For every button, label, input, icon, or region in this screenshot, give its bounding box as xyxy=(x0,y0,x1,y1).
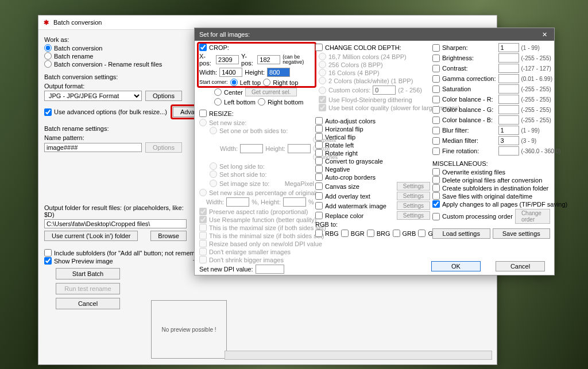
radio-batch-conversion[interactable]: Batch conversion xyxy=(44,44,188,52)
name-pattern-input[interactable] xyxy=(44,143,142,152)
corner-left-bottom[interactable]: Left bottom xyxy=(214,98,256,106)
rbg-checkbox[interactable]: RBG xyxy=(315,230,339,237)
custom-order-checkbox[interactable]: Custom processing order xyxy=(432,213,513,220)
use-advanced-checkbox[interactable]: Use advanced options (for bulk resize...… xyxy=(44,108,167,116)
resize-short-side: Set short side to: xyxy=(210,170,314,178)
output-format-label: Output format: xyxy=(44,83,188,90)
cbg-input[interactable] xyxy=(498,105,519,114)
resize-percent: Set new size as percentage of original: xyxy=(199,189,314,196)
cbb-checkbox[interactable]: Color balance - B: xyxy=(432,116,496,124)
crop-xpos-input[interactable] xyxy=(216,55,239,64)
resize-height-input xyxy=(288,144,311,153)
bgr-checkbox[interactable]: BGR xyxy=(341,230,365,237)
blur-input[interactable] xyxy=(498,126,519,135)
watermark-settings-button: Settings xyxy=(397,201,430,210)
close-icon[interactable]: ✕ xyxy=(539,29,550,40)
save-settings-button[interactable]: Save settings xyxy=(493,228,551,239)
replace-color-checkbox[interactable]: Replace color xyxy=(315,212,363,219)
finerot-input[interactable] xyxy=(498,146,519,156)
save-date-checkbox[interactable]: Save files with original date/time xyxy=(432,192,550,200)
modal-title: Set for all images: xyxy=(199,31,250,38)
misc-label: MISCELLANEOUS: xyxy=(432,160,550,167)
corner-left-top[interactable]: Left top xyxy=(230,79,261,86)
radio-batch-rename[interactable]: Batch rename xyxy=(44,52,188,60)
sharpen-input[interactable] xyxy=(498,43,519,52)
rename-settings-label: Batch rename settings: xyxy=(44,125,188,132)
delete-orig-checkbox[interactable]: Delete original files after conversion xyxy=(432,176,550,184)
name-pattern-label: Name pattern: xyxy=(44,134,188,141)
change-order-button: Change order xyxy=(515,209,550,224)
saturation-input[interactable] xyxy=(498,84,519,94)
cancel-button[interactable]: Cancel xyxy=(56,298,120,309)
rotate-right-checkbox[interactable]: Rotate right xyxy=(315,149,430,157)
canvas-checkbox[interactable]: Canvas size xyxy=(315,182,359,190)
brightness-input[interactable] xyxy=(498,53,519,63)
overwrite-checkbox[interactable]: Overwrite existing files xyxy=(432,168,550,176)
resize-checkbox[interactable]: RESIZE: xyxy=(199,110,314,117)
browse-button[interactable]: Browse xyxy=(150,231,187,241)
contrast-input[interactable] xyxy=(498,64,519,73)
autocrop-checkbox[interactable]: Auto-crop borders xyxy=(315,173,430,181)
cbb-input[interactable] xyxy=(498,115,519,125)
resize-long-side: Set long side to: xyxy=(210,162,314,170)
get-current-sel-button: Get current sel. xyxy=(245,88,297,96)
set-for-all-images-dialog: Set for all images: ✕ CROP: X-pos: Y-pos… xyxy=(194,28,555,275)
gamma-checkbox[interactable]: Gamma correction: xyxy=(432,75,496,83)
run-test-rename-button: Run test rename xyxy=(56,283,120,294)
resize-set-sides: Set one or both sides to: xyxy=(210,127,314,134)
sharpen-checkbox[interactable]: Sharpen: xyxy=(432,44,496,52)
load-settings-button[interactable]: Load settings xyxy=(432,228,490,239)
corner-right-top[interactable]: Right top xyxy=(263,79,298,86)
apply-pages-checkbox[interactable]: Apply changes to all pages (TIF/PDF savi… xyxy=(432,200,550,208)
cbg-checkbox[interactable]: Color balance - G: xyxy=(432,106,496,114)
grayscale-checkbox[interactable]: Convert to grayscale xyxy=(315,157,430,165)
watermark-checkbox[interactable]: Add watermark image xyxy=(315,202,386,209)
output-format-select[interactable]: JPG - JPG/JPEG Format xyxy=(44,91,142,101)
brightness-checkbox[interactable]: Brightness: xyxy=(432,55,496,62)
brg-checkbox[interactable]: BRG xyxy=(367,230,390,237)
start-batch-button[interactable]: Start Batch xyxy=(56,268,120,279)
rgb-to-label: RGB to: xyxy=(315,221,430,228)
gamma-input[interactable] xyxy=(498,74,519,83)
resize-image-size: Set image size to: xyxy=(210,180,269,187)
cbr-checkbox[interactable]: Color balance - R: xyxy=(432,96,496,103)
contrast-checkbox[interactable]: Contrast: xyxy=(432,65,496,72)
canvas-settings-button: Settings xyxy=(397,182,430,191)
median-input[interactable] xyxy=(498,136,519,145)
use-current-folder-button[interactable]: Use current ('Look in') folder xyxy=(44,231,138,241)
crop-ypos-input[interactable] xyxy=(257,55,280,64)
output-folder-label: Output folder for result files: (or plac… xyxy=(44,204,188,218)
crop-width-input[interactable] xyxy=(219,68,242,77)
output-folder-input[interactable] xyxy=(44,219,187,228)
crop-checkbox[interactable]: CROP: xyxy=(199,44,314,51)
hflip-checkbox[interactable]: Horizontal flip xyxy=(315,125,430,133)
crop-height-input[interactable] xyxy=(267,68,290,77)
horizontal-scrollbar[interactable] xyxy=(225,351,492,360)
resize-width-input xyxy=(240,144,263,153)
show-preview-checkbox[interactable]: Show Preview image xyxy=(44,257,188,265)
conv-settings-label: Batch conversion settings: xyxy=(44,73,188,80)
median-checkbox[interactable]: Median filter: xyxy=(432,137,496,145)
main-title: Batch conversion xyxy=(53,19,102,26)
ok-button[interactable]: OK xyxy=(431,261,481,271)
radio-batch-conv-rename[interactable]: Batch conversion - Rename result files xyxy=(44,60,188,68)
grb-checkbox[interactable]: GRB xyxy=(393,230,416,237)
blur-checkbox[interactable]: Blur filter: xyxy=(432,127,496,134)
saturation-checkbox[interactable]: Saturation xyxy=(432,86,496,93)
auto-adjust-checkbox[interactable]: Auto-adjust colors xyxy=(315,117,430,125)
vflip-checkbox[interactable]: Vertical flip xyxy=(315,133,430,141)
replace-settings-button: Settings xyxy=(397,211,430,220)
include-subfolders-checkbox[interactable]: Include subfolders (for "Add all" button… xyxy=(44,249,188,257)
negative-checkbox[interactable]: Negative xyxy=(315,165,430,173)
cbr-input[interactable] xyxy=(498,95,519,104)
create-subfolders-checkbox[interactable]: Create subfolders in destination folder xyxy=(432,184,550,192)
modal-cancel-button[interactable]: Cancel xyxy=(496,261,545,271)
corner-center[interactable]: Center xyxy=(214,88,243,96)
rotate-left-checkbox[interactable]: Rotate left xyxy=(315,141,430,149)
resize-new-size: Set new size: xyxy=(199,119,314,126)
options-button[interactable]: Options xyxy=(145,91,182,101)
overlay-checkbox[interactable]: Add overlay text xyxy=(315,192,370,200)
finerot-checkbox[interactable]: Fine rotation: xyxy=(432,147,496,155)
corner-right-bottom[interactable]: Right bottom xyxy=(258,98,303,106)
color-depth-checkbox[interactable]: CHANGE COLOR DEPTH: xyxy=(315,44,430,51)
